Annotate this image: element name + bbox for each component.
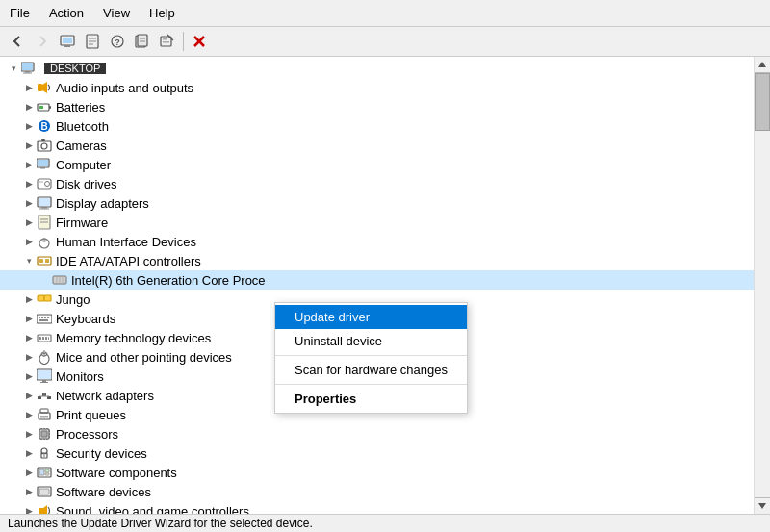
menu-file[interactable]: File [0, 4, 39, 22]
svg-rect-32 [41, 139, 45, 141]
expand-security[interactable]: ▶ [21, 445, 37, 461]
expand-hid[interactable]: ▶ [21, 234, 37, 249]
expand-computer[interactable]: ▶ [21, 157, 37, 172]
svg-rect-85 [40, 416, 48, 418]
expand-network[interactable]: ▶ [21, 388, 37, 403]
firmware-icon [37, 215, 52, 230]
tree-item-batteries[interactable]: ▶ Batteries [0, 97, 754, 116]
device-manager-button[interactable] [56, 30, 79, 53]
toolbar: ? [0, 27, 770, 57]
svg-rect-10 [138, 35, 147, 46]
expand-cameras[interactable]: ▶ [21, 138, 37, 153]
svg-rect-20 [22, 63, 33, 70]
tree-item-software[interactable]: ▶ Software components [0, 463, 754, 482]
expand-disk[interactable]: ▶ [21, 176, 37, 191]
tree-item-ide[interactable]: ▾ IDE ATA/ATAPI controllers [0, 251, 754, 270]
display-label: Display adapters [56, 196, 149, 211]
expand-root[interactable]: ▾ [6, 61, 21, 76]
context-menu-properties[interactable]: Properties [275, 387, 467, 411]
expand-memory[interactable]: ▶ [21, 330, 37, 345]
memory-label: Memory technology devices [56, 331, 211, 345]
main-area: ▾ DESKTOP ▶ Audio inputs [0, 57, 770, 514]
scroll-track[interactable] [755, 73, 770, 497]
scroll-down[interactable] [755, 497, 770, 514]
firmware-label: Firmware [56, 215, 108, 230]
expand-keyboards[interactable]: ▶ [21, 311, 37, 326]
expand-processors[interactable]: ▶ [21, 426, 37, 442]
forward-button[interactable] [31, 30, 54, 53]
expand-display[interactable]: ▶ [21, 195, 37, 211]
expand-audio[interactable]: ▶ [21, 80, 37, 95]
expand-ide[interactable]: ▾ [21, 253, 37, 268]
back-button[interactable] [6, 30, 29, 53]
tree-item-cameras[interactable]: ▶ Cameras [0, 136, 754, 155]
security-icon [37, 445, 52, 461]
expand-software-devices[interactable]: ▶ [21, 484, 37, 499]
svg-rect-21 [25, 71, 30, 73]
svg-text:?: ? [115, 38, 120, 47]
svg-line-14 [167, 35, 173, 40]
tree-item-display[interactable]: ▶ Display adapters [0, 193, 754, 213]
mice-icon [37, 349, 52, 365]
sound-icon [37, 503, 52, 514]
expand-sound[interactable]: ▶ [21, 503, 37, 514]
tree-item-computer[interactable]: ▶ Computer [0, 155, 754, 174]
menu-view[interactable]: View [93, 4, 140, 22]
svg-marker-110 [39, 505, 47, 514]
context-menu-uninstall[interactable]: Uninstall device [275, 329, 467, 353]
properties-button[interactable] [81, 30, 104, 53]
expand-print[interactable]: ▶ [21, 407, 37, 422]
computer-icon [21, 61, 37, 76]
expand-batteries[interactable]: ▶ [21, 99, 37, 114]
expand-bluetooth[interactable]: ▶ [21, 118, 37, 134]
disk-label: Disk drives [56, 177, 117, 191]
help-button[interactable]: ? [106, 30, 129, 53]
expand-monitors[interactable]: ▶ [21, 368, 37, 384]
tree-item-disk[interactable]: ▶ Disk drives [0, 174, 754, 193]
keyboards-label: Keyboards [56, 312, 116, 326]
tree-item-intel[interactable]: Intel(R) 6th Generation Core Proce [0, 270, 754, 290]
batteries-label: Batteries [56, 100, 105, 114]
expand-firmware[interactable]: ▶ [21, 215, 37, 230]
tree-item-processors[interactable]: ▶ Proces [0, 424, 754, 443]
menu-help[interactable]: Help [140, 4, 185, 22]
context-menu-update[interactable]: Update driver [275, 305, 467, 329]
svg-marker-57 [44, 295, 51, 301]
tree-item-security[interactable]: ▶ Security devices [0, 443, 754, 463]
ide-icon [37, 253, 52, 268]
svg-rect-23 [38, 84, 42, 91]
menu-action[interactable]: Action [39, 4, 93, 22]
context-menu-scan[interactable]: Scan for hardware changes [275, 358, 467, 382]
cameras-icon [37, 138, 52, 153]
tree-item-bluetooth[interactable]: ▶ B Bluetooth [0, 116, 754, 136]
svg-marker-118 [758, 503, 766, 509]
scan-button[interactable] [156, 30, 179, 53]
display-icon [37, 195, 52, 211]
svg-rect-15 [163, 38, 167, 40]
expand-jungo[interactable]: ▶ [21, 291, 37, 307]
cameras-label: Cameras [56, 139, 107, 153]
svg-rect-60 [41, 317, 43, 318]
svg-rect-51 [45, 259, 49, 263]
tree-item-software-devices[interactable]: ▶ Software devices [0, 482, 754, 501]
update-button[interactable] [131, 30, 154, 53]
expand-mice[interactable]: ▶ [21, 349, 37, 365]
svg-rect-41 [41, 207, 47, 209]
tree-item-hid[interactable]: ▶ Human Interface Devices [0, 232, 754, 251]
svg-marker-117 [758, 62, 766, 67]
device-tree[interactable]: ▾ DESKTOP ▶ Audio inputs [0, 57, 754, 514]
svg-rect-1 [63, 38, 72, 43]
svg-rect-34 [38, 160, 48, 166]
svg-rect-59 [38, 317, 40, 318]
delete-button[interactable] [188, 30, 211, 53]
scroll-up[interactable] [755, 57, 770, 73]
scroll-thumb[interactable] [755, 73, 770, 131]
scrollbar[interactable] [754, 57, 770, 514]
tree-item-audio[interactable]: ▶ Audio inputs and outputs [0, 78, 754, 97]
tree-root[interactable]: ▾ DESKTOP [0, 59, 754, 78]
tree-item-sound[interactable]: ▶ Sound, video and game controllers [0, 501, 754, 514]
tree-item-firmware[interactable]: ▶ Firmware [0, 213, 754, 232]
audio-icon [37, 80, 52, 95]
expand-software[interactable]: ▶ [21, 465, 37, 480]
svg-rect-68 [48, 337, 49, 340]
